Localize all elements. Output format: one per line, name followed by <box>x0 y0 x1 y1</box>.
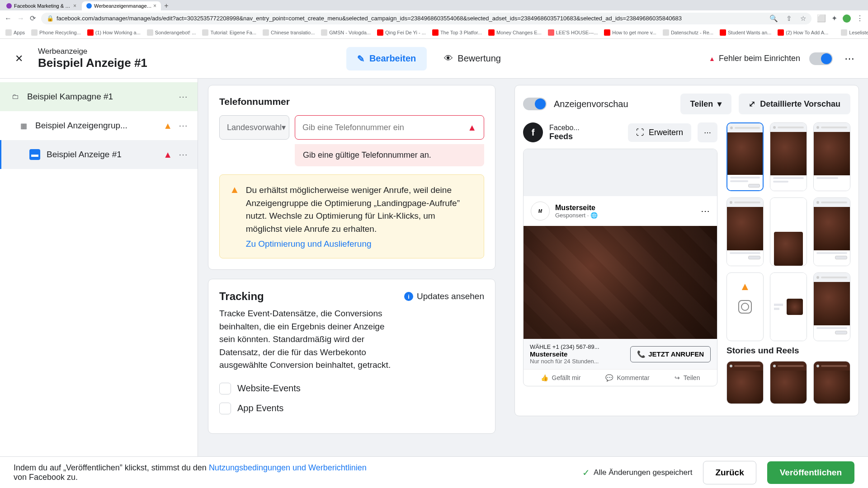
tree-adset[interactable]: ▦ Beispiel Anzeigengrup... ▲ ⋯ <box>0 111 198 140</box>
close-icon[interactable]: × <box>73 3 76 9</box>
placement-thumb[interactable] <box>813 122 850 191</box>
header-title: Beispiel Anzeige #1 <box>38 56 147 70</box>
extensions-icon[interactable]: ✦ <box>831 14 837 23</box>
preview-more[interactable]: ⋯ <box>698 122 717 142</box>
expand-button[interactable]: ⛶ Erweitern <box>628 123 691 142</box>
preview-toggle[interactable] <box>523 98 547 110</box>
placement-thumb[interactable] <box>770 122 807 191</box>
bookmark-item[interactable]: How to get more v... <box>604 29 656 36</box>
bookmark-item[interactable]: Money Changes E... <box>488 29 542 36</box>
placement-thumb[interactable] <box>726 122 764 191</box>
bookmark-item[interactable]: (1) How Working a... <box>87 29 141 36</box>
placement-thumb[interactable] <box>813 197 850 266</box>
apps-icon[interactable]: Apps <box>5 29 25 36</box>
tree-campaign[interactable]: 🗀 Beispiel Kampagne #1 ⋯ <box>0 82 198 111</box>
globe-icon: 🌐 <box>590 212 598 219</box>
placement-thumb[interactable] <box>813 361 850 404</box>
bookmark-item[interactable]: (2) How To Add A... <box>778 29 828 36</box>
expand-icon: ⤢ <box>749 99 755 109</box>
star-icon[interactable]: ☆ <box>800 14 806 23</box>
master-toggle[interactable] <box>809 52 833 65</box>
placement-thumb[interactable] <box>770 197 807 266</box>
forward-icon[interactable]: → <box>17 14 24 23</box>
grid-icon: ▦ <box>18 120 29 131</box>
instagram-thumb-warning[interactable]: ▲ <box>726 272 764 341</box>
address-row: ← → ⟳ 🔒 facebook.com/adsmanager/manage/a… <box>0 10 868 26</box>
row-menu[interactable]: ⋯ <box>177 89 189 104</box>
placement-thumb[interactable] <box>726 197 764 266</box>
optimization-link[interactable]: Zu Optimierung und Auslieferung <box>246 239 474 249</box>
placement-thumb[interactable] <box>770 361 807 404</box>
browser-tab[interactable]: Facebook Marketing & Werbe... × <box>2 1 81 10</box>
detailed-preview-button[interactable]: ⤢ Detaillierte Vorschau <box>739 94 850 114</box>
facebook-ext-icon[interactable]: ⬜ <box>817 14 826 23</box>
browser-tab-active[interactable]: Werbeanzeigenmanager - We... × <box>82 1 161 10</box>
updates-link[interactable]: i Updates ansehen <box>404 291 484 301</box>
zoom-icon[interactable]: 🔍 <box>769 14 778 23</box>
phone-input[interactable] <box>302 123 467 132</box>
bookmark-item[interactable]: Phone Recycling... <box>31 29 81 36</box>
tree-ad-active[interactable]: ▬ Beispiel Anzeige #1 ▲ ⋯ <box>0 140 198 169</box>
mock-image <box>524 226 717 339</box>
header-tabs: ✎ Bearbeiten 👁 Bewertung <box>346 47 510 70</box>
placement-thumb[interactable] <box>770 272 807 341</box>
share-action[interactable]: ↪Teilen <box>675 374 700 381</box>
country-code-select[interactable]: Landesvorwahl ▾ <box>219 115 289 140</box>
profile-icon[interactable] <box>843 14 851 23</box>
instagram-icon <box>738 300 752 314</box>
tracking-title: Tracking <box>219 290 264 303</box>
close-button[interactable]: ✕ <box>11 51 27 67</box>
bookmark-item[interactable]: Chinese translatio... <box>263 29 315 36</box>
tracking-card: Tracking i Updates ansehen Tracke Event-… <box>208 279 495 434</box>
publish-button[interactable]: Veröffentlichen <box>767 461 854 484</box>
folder-icon: 🗀 <box>10 91 21 102</box>
call-now-button[interactable]: 📞 JETZT ANRUFEN <box>630 346 711 362</box>
more-menu[interactable]: ⋯ <box>842 50 857 67</box>
bookmark-item[interactable]: The Top 3 Platfor... <box>432 29 482 36</box>
preview-mock-area: f Facebo... Feeds ⛶ Erweitern ⋯ <box>523 122 717 408</box>
placement-thumb[interactable] <box>813 272 850 341</box>
edit-tab[interactable]: ✎ Bearbeiten <box>346 47 427 70</box>
terms-link[interactable]: Nutzungsbedingungen und Werberichtlinien <box>209 463 367 472</box>
placement-thumb[interactable] <box>726 361 764 404</box>
chevron-down-icon: ▾ <box>717 99 722 109</box>
bookmark-item[interactable]: Qing Fei De Yi - ... <box>377 29 426 36</box>
mock-more[interactable]: ⋯ <box>701 206 710 216</box>
website-events-checkbox[interactable] <box>219 383 231 394</box>
like-action[interactable]: 👍Gefällt mir <box>541 374 581 381</box>
reading-list[interactable]: Leseliste <box>841 29 868 36</box>
bookmark-item[interactable]: LEE'S HOUSE---... <box>548 29 598 36</box>
bookmark-item[interactable]: Datenschutz - Re... <box>663 29 713 36</box>
address-bar[interactable]: 🔒 facebook.com/adsmanager/manage/ads/edi… <box>41 13 811 24</box>
bookmark-item[interactable]: GMSN - Vologda... <box>321 29 371 36</box>
app-header: ✕ Werbeanzeige Beispiel Anzeige #1 ✎ Bea… <box>0 39 868 79</box>
mock-page-name: Musterseite <box>555 204 598 212</box>
back-icon[interactable]: ← <box>5 14 12 23</box>
share-icon[interactable]: ⇧ <box>786 14 792 23</box>
row-menu[interactable]: ⋯ <box>177 118 189 133</box>
preview-title: Anzeigenvorschau <box>554 99 673 109</box>
share-icon: ↪ <box>675 374 680 381</box>
placement-thumbnails: ▲ Stories und Reels <box>726 122 850 408</box>
comment-action[interactable]: 💬Kommentar <box>605 374 649 381</box>
share-button[interactable]: Teilen ▾ <box>680 94 732 114</box>
info-icon: i <box>404 292 413 301</box>
preview-tab-big: Feeds <box>549 132 580 141</box>
footer-bar: Indem du auf „Veröffentlichen” klickst, … <box>0 456 868 488</box>
browser-chrome: Facebook Marketing & Werbe... × Werbeanz… <box>0 0 868 39</box>
bookmark-item[interactable]: Sonderangebot! ... <box>147 29 196 36</box>
bookmark-item[interactable]: Tutorial: Eigene Fa... <box>202 29 256 36</box>
back-button[interactable]: Zurück <box>703 461 756 484</box>
pencil-icon: ✎ <box>357 53 365 64</box>
menu-icon[interactable]: ⋮ <box>856 14 863 23</box>
reload-icon[interactable]: ⟳ <box>30 14 36 23</box>
close-icon[interactable]: × <box>153 3 156 9</box>
new-tab-button[interactable]: + <box>162 1 171 10</box>
row-menu[interactable]: ⋯ <box>177 147 189 162</box>
bookmark-item[interactable]: Student Wants an... <box>720 29 771 36</box>
review-tab[interactable]: 👁 Bewertung <box>435 47 510 70</box>
error-triangle-icon: ▲ <box>709 55 715 62</box>
app-events-checkbox[interactable] <box>219 403 231 414</box>
facebook-icon: f <box>523 122 543 142</box>
stories-reels-title: Stories und Reels <box>726 346 850 356</box>
